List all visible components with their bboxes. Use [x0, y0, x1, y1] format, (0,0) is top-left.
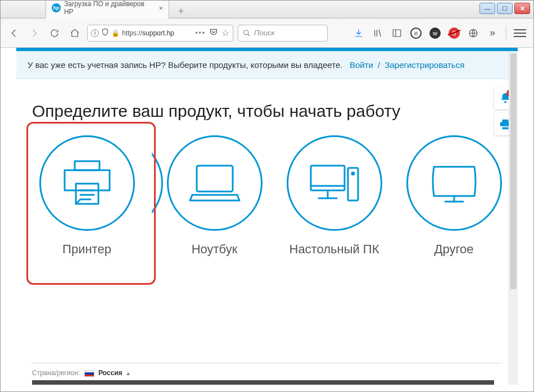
banner-separator: /: [378, 60, 380, 70]
pocket-icon[interactable]: [209, 28, 218, 38]
sidebar-icon[interactable]: [389, 25, 405, 41]
svg-point-14: [352, 172, 354, 175]
back-button[interactable]: [6, 25, 22, 41]
globe-icon[interactable]: [465, 25, 481, 41]
window-controls: — ☐ ✕: [479, 3, 530, 14]
downloads-icon[interactable]: [351, 25, 366, 41]
maximize-button[interactable]: ☐: [497, 3, 513, 14]
overflow-icon[interactable]: »: [485, 25, 500, 41]
card-laptop[interactable]: Ноутбук: [160, 135, 269, 257]
flag-icon: [84, 370, 94, 377]
library-icon[interactable]: [370, 25, 386, 41]
menu-button[interactable]: [512, 25, 528, 41]
svg-rect-3: [75, 161, 99, 170]
card-printer[interactable]: Принтер: [32, 135, 142, 257]
info-icon[interactable]: i: [91, 29, 99, 37]
new-tab-button[interactable]: +: [174, 4, 188, 19]
browser-tab[interactable]: hp Загрузка ПО и драйверов HP ×: [46, 0, 169, 19]
star-icon[interactable]: ☆: [221, 28, 229, 38]
card-desktop-label: Настольный ПК: [279, 242, 389, 257]
footer: Страна/регион: Россия ▴: [32, 363, 502, 377]
window-titlebar: hp Загрузка ПО и драйверов HP × + — ☐ ✕: [1, 1, 533, 19]
register-link[interactable]: Зарегистрироваться: [384, 60, 464, 70]
tab-title: Загрузка ПО и драйверов HP: [64, 0, 155, 16]
hp-favicon: hp: [52, 3, 61, 12]
search-box[interactable]: Поиск: [238, 25, 328, 42]
close-window-button[interactable]: ✕: [514, 3, 530, 14]
lock-icon: 🔒: [111, 29, 120, 37]
reload-button[interactable]: [47, 25, 62, 41]
scrollbar-thumb[interactable]: [510, 53, 517, 289]
close-tab-icon[interactable]: ×: [159, 4, 163, 12]
printer-icon: [39, 135, 135, 231]
ext-icon-2[interactable]: w: [427, 25, 443, 41]
noscript-icon[interactable]: S: [446, 25, 462, 41]
search-placeholder: Поиск: [254, 29, 275, 37]
laptop-icon: [167, 135, 263, 231]
page-title: Определите ваш продукт, чтобы начать раб…: [32, 102, 502, 121]
banner-text: У вас уже есть учетная запись HP? Выбери…: [28, 60, 342, 70]
svg-point-0: [244, 30, 248, 34]
card-other[interactable]: Другое: [399, 135, 509, 257]
tab-row: hp Загрузка ПО и драйверов HP × +: [46, 2, 188, 19]
footer-label: Страна/регион:: [32, 369, 80, 377]
url-text: https://support.hp: [122, 29, 174, 37]
home-button[interactable]: [67, 25, 83, 41]
footer-country[interactable]: Россия: [98, 369, 123, 377]
separator: [506, 26, 506, 40]
svg-rect-8: [197, 166, 233, 192]
login-link[interactable]: Войти: [350, 60, 373, 70]
card-laptop-label: Ноутбук: [160, 242, 269, 257]
page-content: У вас уже есть учетная запись HP? Выбери…: [16, 48, 518, 385]
card-other-label: Другое: [399, 242, 509, 257]
minimize-button[interactable]: —: [479, 3, 495, 14]
shield-icon[interactable]: [101, 28, 109, 38]
monitor-icon: [406, 135, 502, 231]
caret-up-icon[interactable]: ▴: [126, 369, 130, 377]
forward-button[interactable]: [26, 25, 42, 41]
desktop-icon: [287, 135, 382, 231]
address-bar[interactable]: i 🔒 https://support.hp ••• ☆: [87, 25, 233, 42]
svg-rect-1: [393, 30, 401, 37]
card-printer-label: Принтер: [32, 242, 142, 257]
account-banner: У вас уже есть учетная запись HP? Выбери…: [16, 51, 518, 79]
footer-bar: [32, 380, 494, 385]
ext-icon-1[interactable]: e: [408, 25, 424, 41]
more-icon[interactable]: •••: [195, 29, 206, 37]
vertical-scrollbar[interactable]: [509, 51, 518, 385]
toolbar-right: e w S »: [351, 25, 528, 41]
product-cards: Принтер Ноутбук: [32, 135, 502, 257]
browser-toolbar: i 🔒 https://support.hp ••• ☆ Поиск e: [1, 19, 533, 48]
card-desktop[interactable]: Настольный ПК: [279, 135, 389, 257]
